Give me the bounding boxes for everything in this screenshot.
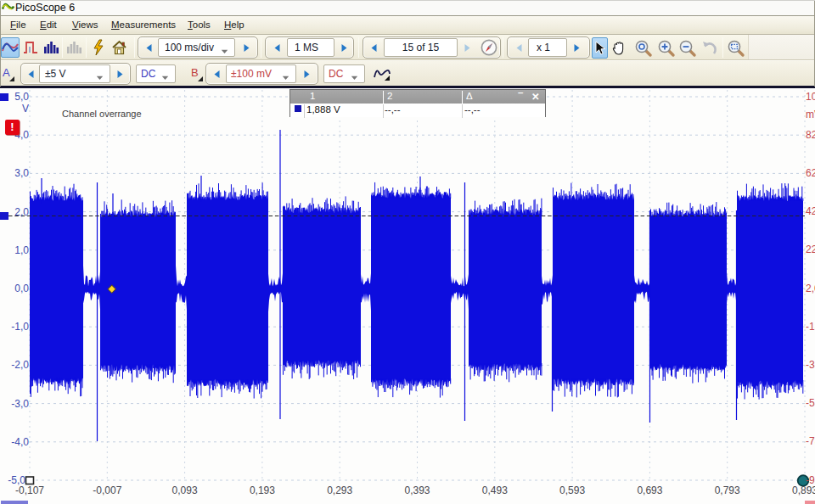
- svg-text:2,0: 2,0: [806, 283, 815, 294]
- svg-text:-78,0: -78,0: [806, 435, 815, 447]
- svg-text:1,0: 1,0: [14, 244, 29, 256]
- svg-text:0,193: 0,193: [250, 484, 275, 496]
- svg-text:-0,107: -0,107: [15, 484, 44, 496]
- svg-text:-3,0: -3,0: [11, 398, 29, 410]
- svg-text:62,0: 62,0: [806, 167, 815, 179]
- svg-text:Channel overrange: Channel overrange: [62, 109, 142, 119]
- svg-text:-18,0: -18,0: [806, 321, 815, 333]
- svg-text:-58,0: -58,0: [806, 397, 815, 409]
- svg-text:0,693: 0,693: [637, 484, 662, 496]
- svg-text:0,493: 0,493: [482, 484, 508, 496]
- svg-text:2,0: 2,0: [14, 206, 29, 218]
- svg-text:22,0: 22,0: [806, 244, 815, 255]
- svg-text:0,0: 0,0: [14, 283, 29, 294]
- svg-text:0,593: 0,593: [559, 484, 585, 496]
- svg-text:-38,0: -38,0: [806, 359, 815, 371]
- svg-text:82,0: 82,0: [806, 129, 815, 141]
- svg-text:mV: mV: [806, 109, 815, 120]
- svg-text:-4,0: -4,0: [11, 436, 29, 448]
- svg-text:0,893: 0,893: [792, 484, 815, 496]
- svg-text:V: V: [22, 103, 29, 115]
- svg-text:-2,0: -2,0: [11, 359, 29, 371]
- svg-text:100: 100: [806, 91, 815, 103]
- svg-text:3,0: 3,0: [14, 167, 29, 179]
- svg-text:42,0: 42,0: [806, 205, 815, 217]
- svg-text:-1,0: -1,0: [11, 321, 29, 333]
- svg-text:0,793: 0,793: [715, 484, 740, 496]
- svg-text:-0,007: -0,007: [93, 484, 121, 496]
- svg-text:0,293: 0,293: [327, 484, 352, 496]
- svg-text:0,093: 0,093: [172, 484, 198, 496]
- svg-text:0,393: 0,393: [404, 484, 430, 496]
- svg-text:5,0: 5,0: [14, 91, 29, 103]
